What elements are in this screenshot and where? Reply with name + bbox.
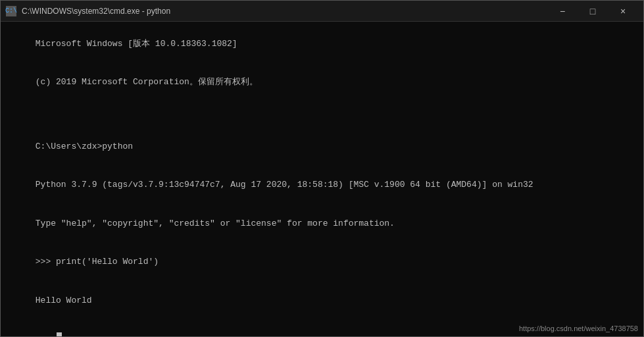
- maximize-button[interactable]: □: [578, 1, 608, 22]
- title-bar-left: C:\ C:\WINDOWS\system32\cmd.exe - python: [6, 6, 170, 16]
- line-python-version: Python 3.7.9 (tags/v3.7.9:13c94747c7, Au…: [36, 180, 533, 190]
- line-print-command: >>> print('Hello World'): [36, 257, 159, 267]
- line-copyright: (c) 2019 Microsoft Corporation。保留所有权利。: [36, 77, 258, 87]
- window-controls: − □ ×: [547, 1, 638, 22]
- title-bar: C:\ C:\WINDOWS\system32\cmd.exe - python…: [1, 1, 643, 22]
- watermark: https://blog.csdn.net/weixin_4738758: [519, 324, 638, 332]
- line-win-version: Microsoft Windows [版本 10.0.18363.1082]: [36, 39, 237, 49]
- line-prompt-python: C:\Users\zdx>python: [36, 142, 133, 151]
- close-button[interactable]: ×: [608, 1, 638, 22]
- cursor: [57, 332, 62, 336]
- minimize-button[interactable]: −: [547, 1, 578, 22]
- cmd-icon: C:\: [6, 6, 16, 16]
- prompt-text: >>>: [36, 334, 56, 336]
- cmd-window: C:\ C:\WINDOWS\system32\cmd.exe - python…: [0, 0, 644, 337]
- line-hello-world: Hello World: [36, 296, 92, 305]
- line-type-help: Type "help", "copyright", "credits" or "…: [36, 219, 395, 228]
- line-prompt-cursor: >>>: [36, 334, 62, 336]
- console-output: Microsoft Windows [版本 10.0.18363.1082] (…: [5, 24, 639, 336]
- window-title: C:\WINDOWS\system32\cmd.exe - python: [22, 7, 170, 16]
- console-body[interactable]: Microsoft Windows [版本 10.0.18363.1082] (…: [1, 22, 643, 336]
